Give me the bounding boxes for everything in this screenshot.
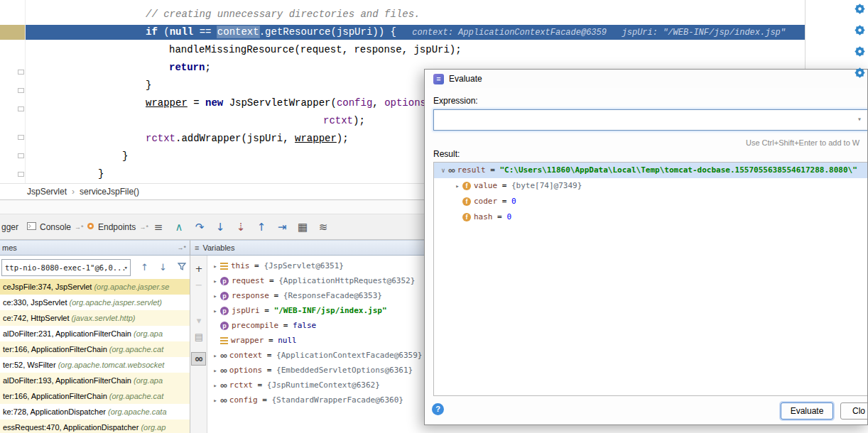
code-line: } xyxy=(98,165,104,183)
show-execution-point-icon[interactable]: ∧ xyxy=(171,214,187,240)
code-line: wrapper = new JspServletWrapper(config, … xyxy=(146,94,432,112)
expander-icon[interactable]: ▸ xyxy=(210,259,220,274)
breadcrumb-method[interactable]: serviceJspFile() xyxy=(80,187,139,197)
expander-icon[interactable]: ▸ xyxy=(210,378,220,393)
gear-icon[interactable] xyxy=(854,3,866,15)
fold-marker-icon[interactable] xyxy=(18,135,24,140)
chevron-down-icon[interactable]: ▾ xyxy=(857,110,862,130)
expander-icon[interactable]: ▸ xyxy=(210,274,220,289)
filter-frames-icon[interactable] xyxy=(178,263,186,272)
caret-word-highlight: context xyxy=(217,26,259,38)
result-label: Result: xyxy=(433,149,460,159)
variable-row[interactable]: ▸presponse = {ResponseFacade@6353} xyxy=(207,288,424,303)
frame-package: (org.apache.cat xyxy=(109,345,163,353)
variable-row[interactable]: ▸oooptions = {EmbeddedServletOptions@636… xyxy=(207,363,424,378)
menu-icon[interactable]: ≡ xyxy=(195,243,199,252)
stack-frame-row[interactable]: alDoFilter:193, ApplicationFilterChain (… xyxy=(0,373,190,388)
result-row[interactable]: fcoder = 0 xyxy=(434,194,867,209)
result-name: hash xyxy=(474,212,493,221)
variable-name: wrapper xyxy=(231,336,264,345)
tab-debugger-partial[interactable]: gger xyxy=(1,214,18,240)
result-row[interactable]: ∨ooresult = "C:\Users\11860\AppData\Loca… xyxy=(434,163,867,178)
fold-marker-icon[interactable] xyxy=(18,153,24,158)
parameter-icon: p xyxy=(220,277,229,285)
fold-marker-icon[interactable] xyxy=(18,88,24,93)
fold-marker-icon[interactable] xyxy=(18,106,24,111)
variable-row[interactable]: ▸oocontext = {ApplicationContextFacade@6… xyxy=(207,348,424,363)
help-icon[interactable]: ? xyxy=(432,403,444,415)
variable-row[interactable]: wrapper = null xyxy=(207,333,424,348)
run-to-cursor-icon[interactable]: ⇥ xyxy=(274,214,290,240)
frames-header-arrow-icon[interactable]: →* xyxy=(177,241,186,255)
restore-layout-icon[interactable]: ≡ xyxy=(151,214,166,240)
variable-row[interactable]: ▸this = {JspServlet@6351} xyxy=(207,258,424,273)
expander-icon[interactable]: ▸ xyxy=(210,393,220,408)
variables-header-label: Variables xyxy=(202,243,234,252)
stack-frame-row[interactable]: ter:52, WsFilter (org.apache.tomcat.webs… xyxy=(0,357,190,373)
equals-sign: = xyxy=(258,395,272,405)
gear-icon[interactable] xyxy=(854,24,866,36)
fold-marker-icon[interactable] xyxy=(18,172,24,177)
variable-row[interactable]: pprecompile = false xyxy=(207,318,424,333)
variable-row[interactable]: ▸prequest = {ApplicationHttpRequest@6352… xyxy=(207,273,424,288)
step-into-icon[interactable]: ↓ xyxy=(212,214,228,240)
remove-watch-icon[interactable]: − xyxy=(190,280,207,290)
breadcrumb-class[interactable]: JspServlet xyxy=(27,187,67,197)
stack-frame-row[interactable]: ke:728, ApplicationDispatcher (org.apach… xyxy=(0,404,190,420)
variable-row[interactable]: ▸ooconfig = {StandardWrapperFacade@6360} xyxy=(207,393,424,407)
equals-sign: = xyxy=(486,165,500,175)
frame-package: (org.apa xyxy=(134,329,163,338)
gear-icon[interactable] xyxy=(854,67,866,79)
stack-frame-row[interactable]: essRequest:470, ApplicationDispatcher (o… xyxy=(0,420,190,433)
variable-name: config xyxy=(229,395,258,405)
variable-value: "/WEB-INF/jsp/index.jsp" xyxy=(274,306,387,315)
expander-icon[interactable]: ▸ xyxy=(210,363,220,378)
evaluate-button[interactable]: Evaluate xyxy=(781,402,833,420)
gear-icons xyxy=(854,0,868,92)
tab-endpoints[interactable]: Endpoints →* xyxy=(87,214,148,240)
step-over-icon[interactable]: ↷ xyxy=(192,214,207,240)
code-line: rctxt); xyxy=(323,112,365,130)
variable-row[interactable]: ▸oorctxt = {JspRuntimeContext@6362} xyxy=(207,378,424,393)
duplicate-icon[interactable]: ▤ xyxy=(190,332,207,342)
next-frame-icon[interactable]: ↓ xyxy=(159,263,167,272)
equals-sign: = xyxy=(260,306,274,315)
local-variable-icon xyxy=(220,263,228,270)
frame-location: ceJspFile:374, JspServlet xyxy=(3,283,94,291)
tab-arrow-icon: →* xyxy=(75,224,84,231)
move-down-icon[interactable]: ▾ xyxy=(190,316,207,326)
fold-marker-icon[interactable] xyxy=(18,70,24,75)
view-breakpoints-icon[interactable]: ▦ xyxy=(295,214,310,240)
variable-row[interactable]: ▸pjspUri = "/WEB-INF/jsp/index.jsp" xyxy=(207,303,424,318)
previous-frame-icon[interactable]: ↑ xyxy=(141,263,148,272)
expander-icon[interactable]: ▸ xyxy=(210,289,220,304)
stack-frame-row[interactable]: ter:166, ApplicationFilterChain (org.apa… xyxy=(0,388,190,404)
equals-sign: = xyxy=(262,366,276,375)
tab-console-label: Console xyxy=(40,222,71,232)
show-watches-icon[interactable]: oo xyxy=(191,352,206,366)
frame-location: ter:166, ApplicationFilterChain xyxy=(3,392,109,400)
tab-endpoints-label: Endpoints xyxy=(98,222,136,232)
result-row[interactable]: fhash = 0 xyxy=(434,209,867,225)
result-value: 0 xyxy=(506,212,511,221)
expander-icon[interactable]: ▸ xyxy=(210,304,220,319)
close-button[interactable]: Clo xyxy=(840,402,868,420)
stack-frame-row[interactable]: ter:166, ApplicationFilterChain (org.apa… xyxy=(0,341,190,357)
gear-icon[interactable] xyxy=(854,45,866,57)
equals-sign: = xyxy=(497,197,511,206)
add-watch-icon[interactable]: + xyxy=(190,264,207,274)
expression-input[interactable]: context.getRealPath("/") ▾ xyxy=(433,109,868,131)
expander-icon[interactable]: ▸ xyxy=(452,178,462,194)
force-step-into-icon[interactable]: ⇣ xyxy=(233,214,249,240)
layout-settings-icon[interactable]: ≋ xyxy=(315,214,331,240)
endpoints-icon xyxy=(87,222,94,232)
stack-frame-row[interactable]: ceJspFile:374, JspServlet (org.apache.ja… xyxy=(0,279,190,295)
expander-icon[interactable]: ∨ xyxy=(438,163,448,178)
expander-icon[interactable]: ▸ xyxy=(210,349,220,363)
stack-frame-row[interactable]: ce:330, JspServlet (org.apache.jasper.se… xyxy=(0,295,190,310)
stack-frame-row[interactable]: alDoFilter:231, ApplicationFilterChain (… xyxy=(0,326,190,341)
result-row[interactable]: ▸fvalue = {byte[74]@7349} xyxy=(434,178,867,194)
tab-console[interactable]: Console →* xyxy=(27,214,84,240)
stack-frame-row[interactable]: ce:742, HttpServlet (javax.servlet.http) xyxy=(0,310,190,326)
step-out-icon[interactable]: ↑ xyxy=(254,214,269,240)
